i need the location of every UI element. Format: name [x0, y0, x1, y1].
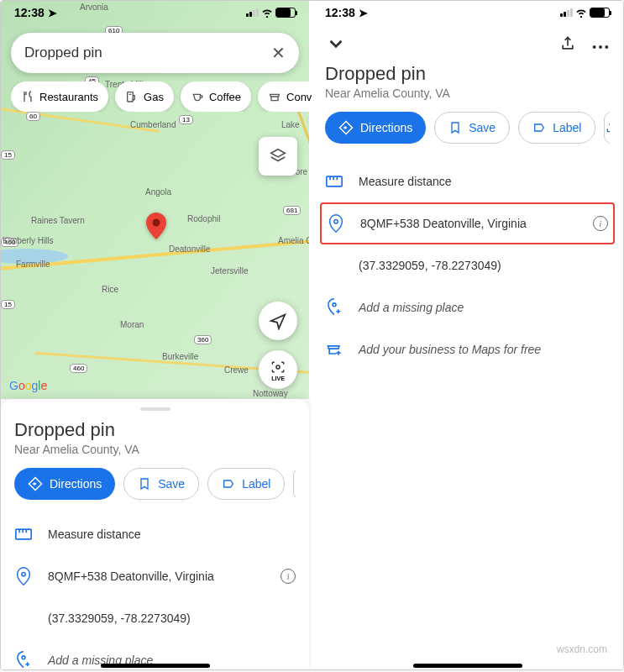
svg-point-8: [605, 45, 608, 49]
chip-store[interactable]: Conve: [258, 81, 313, 112]
add-business-item[interactable]: Add your business to Maps for free: [325, 328, 610, 370]
info-icon[interactable]: i: [281, 569, 296, 584]
home-indicator[interactable]: [101, 664, 210, 668]
ruler-icon: [14, 528, 33, 540]
svg-point-10: [334, 220, 338, 223]
share-button[interactable]: [559, 35, 576, 55]
directions-button[interactable]: Directions: [325, 112, 426, 144]
sheet-subtitle: Near Amelia County, VA: [14, 443, 296, 456]
dropped-pin-marker[interactable]: [146, 213, 166, 239]
chip-gas[interactable]: Gas: [115, 81, 174, 112]
add-place-icon: [14, 651, 33, 669]
sheet-title: Dropped pin: [325, 63, 610, 85]
live-view-button[interactable]: LIVE: [259, 350, 297, 389]
plus-code-item[interactable]: 8QMF+538 Deatonville, Virginiai: [320, 202, 615, 244]
add-place-icon: [325, 298, 343, 317]
svg-point-6: [593, 45, 596, 49]
status-bar: 12:38➤: [312, 1, 623, 24]
coordinates-item[interactable]: (37.3329059, -78.2273049): [325, 244, 610, 286]
my-location-button[interactable]: [259, 302, 297, 340]
svg-point-0: [153, 219, 160, 227]
label-button[interactable]: Label: [518, 112, 595, 144]
watermark: wsxdn.com: [557, 643, 607, 655]
info-icon[interactable]: i: [593, 216, 608, 231]
pin-outline-icon: [14, 567, 33, 585]
svg-rect-2: [128, 92, 134, 102]
status-bar: 12:38➤: [1, 1, 309, 24]
pin-outline-icon: [327, 214, 345, 233]
screen-map-view: 610 45 60 13 15 616 681 460 15 360 460 A…: [1, 1, 309, 670]
home-indicator[interactable]: [413, 664, 522, 668]
wifi-icon: [260, 8, 274, 18]
svg-point-5: [22, 656, 25, 659]
share-pill-button[interactable]: [604, 112, 610, 144]
more-menu-button[interactable]: [591, 38, 610, 53]
save-button[interactable]: Save: [123, 468, 199, 500]
cellular-signal-icon: [246, 8, 259, 17]
sheet-title: Dropped pin: [14, 419, 296, 441]
layers-button[interactable]: [259, 137, 297, 176]
cellular-signal-icon: [560, 8, 573, 17]
chip-restaurants[interactable]: Restaurants: [11, 81, 108, 112]
save-button[interactable]: Save: [434, 112, 510, 144]
svg-point-7: [599, 45, 602, 49]
drag-handle[interactable]: [140, 407, 170, 411]
clear-search-icon[interactable]: ✕: [271, 43, 286, 63]
coordinates-item[interactable]: (37.3329059, -78.2273049): [14, 597, 296, 639]
battery-icon: [275, 8, 296, 18]
chip-coffee[interactable]: Coffee: [181, 81, 251, 112]
svg-point-11: [333, 303, 336, 307]
measure-distance-item[interactable]: Measure distance: [14, 513, 296, 555]
bottom-sheet[interactable]: Dropped pin Near Amelia County, VA Direc…: [1, 399, 309, 670]
wifi-icon: [574, 8, 588, 18]
screen-expanded-sheet: 12:38➤ Dropped pin Near Amelia County, V…: [312, 1, 623, 670]
search-input[interactable]: Dropped pin ✕: [11, 33, 299, 73]
add-business-icon: [325, 341, 343, 358]
svg-point-4: [22, 573, 25, 576]
ruler-icon: [325, 176, 343, 187]
sheet-subtitle: Near Amelia County, VA: [325, 87, 610, 100]
share-button[interactable]: [293, 468, 296, 500]
category-chips: Restaurants Gas Coffee Conve: [11, 81, 313, 112]
location-services-icon: ➤: [359, 7, 368, 19]
google-logo: Google: [9, 379, 47, 392]
label-button[interactable]: Label: [207, 468, 285, 500]
battery-icon: [590, 8, 610, 18]
collapse-button[interactable]: [325, 33, 347, 58]
location-services-icon: ➤: [48, 7, 57, 19]
measure-distance-item[interactable]: Measure distance: [325, 160, 610, 202]
plus-code-item[interactable]: 8QMF+538 Deatonville, Virginiai: [14, 555, 296, 597]
svg-point-1: [276, 365, 280, 368]
add-missing-place-item[interactable]: Add a missing place: [325, 286, 610, 328]
directions-button[interactable]: Directions: [14, 468, 115, 500]
